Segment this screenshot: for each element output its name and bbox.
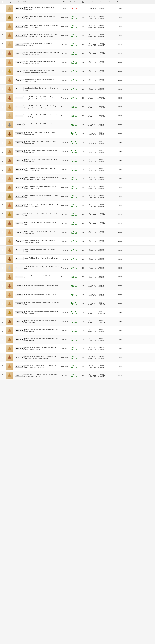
action-dropdown[interactable]: Resume Edit Delete Relist — [15, 195, 24, 198]
action-dropdown[interactable]: Resume Edit Delete Relist — [15, 150, 24, 153]
row-checkbox[interactable] — [2, 222, 4, 224]
row-checkbox[interactable] — [2, 160, 4, 162]
svg-point-56 — [9, 168, 10, 168]
action-dropdown[interactable]: Resume Edit Delete Relist — [15, 177, 24, 180]
table-row: Resume Edit Delete Relist ▼ Kasetz Tradi… — [0, 58, 155, 67]
row-checkbox[interactable] — [2, 70, 4, 72]
action-dropdown[interactable]: Resume Edit Delete Relist — [15, 168, 24, 171]
action-dropdown[interactable]: Resume Edit Delete Relist — [15, 70, 24, 72]
row-checkbox[interactable] — [2, 26, 4, 27]
row-checkbox[interactable] — [2, 169, 4, 170]
row-checkbox[interactable] — [2, 240, 4, 242]
row-checkbox[interactable] — [2, 231, 4, 233]
action-dropdown[interactable]: Resume Edit Delete Relist — [15, 34, 24, 36]
row-checkbox[interactable] — [2, 312, 4, 314]
row-checkbox[interactable] — [2, 142, 4, 144]
row-checkbox[interactable] — [2, 52, 4, 54]
action-dropdown[interactable]: Resume Edit Delete Relist — [15, 302, 24, 305]
row-checkbox-cell — [1, 348, 5, 350]
table-row: Resume Edit Delete Relist ▼ Kasetz Tradi… — [0, 13, 155, 22]
row-checkbox[interactable] — [2, 44, 4, 45]
row-checkbox[interactable] — [2, 348, 4, 350]
row-checkbox[interactable] — [2, 115, 4, 117]
product-image — [6, 193, 14, 200]
product-image — [6, 238, 14, 245]
action-dropdown[interactable]: Resume Edit Delete Relist — [15, 356, 24, 359]
row-checkbox[interactable] — [2, 285, 4, 287]
action-dropdown[interactable]: Resume Edit Delete Relist — [15, 124, 24, 126]
row-checkbox[interactable] — [2, 249, 4, 251]
row-checkbox[interactable] — [2, 267, 4, 269]
action-dropdown[interactable]: Resume Edit Delete Relist — [15, 312, 24, 314]
action-dropdown[interactable]: Resume Edit Delete Relist — [15, 159, 24, 162]
action-dropdown[interactable]: Resume Edit Delete Relist — [15, 365, 24, 368]
row-checkbox[interactable] — [2, 321, 4, 322]
select-all-checkbox[interactable] — [2, 1, 4, 3]
action-dropdown[interactable]: Resume Edit Delete Relist — [15, 258, 24, 260]
condition-status: Good 'Til Cancelled — [71, 150, 77, 153]
action-dropdown[interactable]: Resume Edit Delete Relist — [15, 347, 24, 350]
action-dropdown[interactable]: Resume Edit Delete Relist — [15, 276, 24, 278]
action-dropdown[interactable]: Resume Edit Delete Relist — [15, 16, 24, 19]
action-dropdown[interactable]: Resume Edit Delete Relist — [15, 249, 24, 251]
row-checkbox[interactable] — [2, 339, 4, 340]
row-checkbox[interactable] — [2, 374, 4, 376]
action-dropdown[interactable]: Resume Edit Delete Relist — [15, 43, 24, 46]
table-row: Resume Edit Delete Relist ▼ Traditional … — [0, 282, 155, 290]
row-checkbox[interactable] — [2, 366, 4, 367]
row-checkbox[interactable] — [2, 16, 4, 18]
row-checkbox[interactable] — [2, 151, 4, 152]
action-dropdown[interactable]: Resume Edit Delete Relist — [15, 97, 24, 99]
row-title: Kasetzt Traditional Simple Made Ortho Sk… — [23, 168, 60, 172]
row-checkbox[interactable] — [2, 196, 4, 197]
action-dropdown[interactable]: Resume Edit Delete Relist — [15, 204, 24, 206]
condition-status: Good 'Til Cancelled — [71, 114, 77, 118]
row-checkbox[interactable] — [2, 79, 4, 81]
row-checkbox-cell — [1, 321, 5, 322]
row-checkbox[interactable] — [2, 258, 4, 260]
action-dropdown[interactable]: Resume Edit Delete Relist — [15, 79, 24, 81]
action-dropdown[interactable]: Resume Edit Delete Relist — [15, 186, 24, 189]
action-dropdown[interactable]: Resume Edit Delete Relist — [15, 52, 24, 54]
action-dropdown[interactable]: Resume Edit Delete Relist — [15, 88, 24, 90]
action-dropdown[interactable]: Resume Edit Delete Relist — [15, 25, 24, 28]
row-checkbox[interactable] — [2, 214, 4, 215]
action-dropdown[interactable]: Resume Edit Delete Relist — [15, 294, 24, 296]
row-checkbox[interactable] — [2, 88, 4, 90]
action-dropdown[interactable]: Resume Edit Delete Relist — [15, 329, 24, 332]
action-dropdown[interactable]: Resume Edit Delete Relist — [15, 267, 24, 269]
action-dropdown[interactable]: Resume Edit Delete Relist — [15, 222, 24, 224]
row-checkbox[interactable] — [2, 330, 4, 332]
action-dropdown[interactable]: Resume Edit Delete Relist — [15, 231, 24, 234]
action-dropdown[interactable]: Resume Edit Delete Relist — [15, 213, 24, 216]
row-checkbox[interactable] — [2, 303, 4, 305]
row-checkbox[interactable] — [2, 294, 4, 296]
row-checkbox[interactable] — [2, 356, 4, 358]
action-dropdown[interactable]: Resume Edit Delete Relist — [15, 284, 24, 287]
action-dropdown[interactable]: Resume Edit Delete Relist — [15, 320, 24, 323]
action-dropdown[interactable]: Resume Edit Delete Relist — [15, 338, 24, 341]
row-checkbox[interactable] — [2, 8, 4, 10]
row-checkbox[interactable] — [2, 34, 4, 36]
action-dropdown[interactable]: Resume Edit Delete Relist — [15, 106, 24, 108]
action-dropdown[interactable]: Resume Edit Delete Relist — [15, 61, 24, 64]
row-checkbox[interactable] — [2, 61, 4, 63]
row-checkbox[interactable] — [2, 97, 4, 99]
action-dropdown[interactable]: Resume Edit Delete Relist — [15, 374, 24, 376]
row-checkbox[interactable] — [2, 106, 4, 108]
row-image-cell — [5, 264, 15, 272]
action-dropdown[interactable]: Resume Edit Delete Relist — [15, 7, 24, 10]
row-checkbox[interactable] — [2, 178, 4, 180]
row-checkbox[interactable] — [2, 186, 4, 188]
action-dropdown[interactable]: Resume Edit Delete Relist — [15, 132, 24, 135]
row-qty: 20 — [78, 151, 88, 152]
row-checkbox[interactable] — [2, 276, 4, 278]
action-dropdown[interactable]: Resume Edit Delete Relist — [15, 240, 24, 242]
row-checkbox[interactable] — [2, 124, 4, 126]
row-checkbox[interactable] — [2, 204, 4, 206]
action-dropdown[interactable]: Resume Edit Delete Relist — [15, 142, 24, 144]
row-checkbox[interactable] — [2, 133, 4, 135]
action-dropdown[interactable]: Resume Edit Delete Relist — [15, 114, 24, 117]
row-condition: Good 'Til Cancelled — [69, 88, 78, 91]
table-row: Resume Edit Delete Relist ▼ Kasetz Tradi… — [0, 31, 155, 40]
